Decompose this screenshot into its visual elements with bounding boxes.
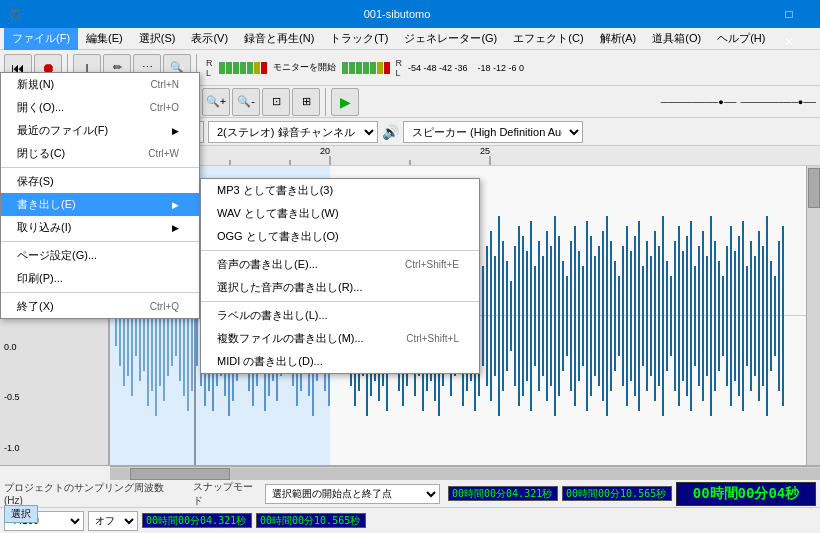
export-multiple[interactable]: 複数ファイルの書き出し(M)... Ctrl+Shift+L bbox=[201, 327, 479, 350]
svg-rect-129 bbox=[602, 231, 604, 401]
export-audio[interactable]: 音声の書き出し(E)... Ctrl+Shift+E bbox=[201, 253, 479, 276]
svg-rect-120 bbox=[566, 276, 568, 356]
export-submenu: MP3 として書き出し(3) WAV として書き出し(W) OGG として書き出… bbox=[200, 178, 480, 374]
svg-rect-114 bbox=[542, 256, 544, 376]
svg-rect-125 bbox=[586, 221, 588, 411]
svg-rect-140 bbox=[646, 241, 648, 391]
svg-rect-115 bbox=[546, 231, 548, 401]
menu-new[interactable]: 新規(N) Ctrl+N bbox=[1, 73, 199, 96]
menu-open[interactable]: 開く(O)... Ctrl+O bbox=[1, 96, 199, 119]
menu-item-effect[interactable]: エフェクト(C) bbox=[505, 28, 591, 50]
svg-rect-145 bbox=[666, 261, 668, 371]
export-midi[interactable]: MIDI の書き出し(D)... bbox=[201, 350, 479, 373]
h-scroll-track[interactable] bbox=[110, 468, 820, 480]
end-time-display[interactable] bbox=[256, 513, 366, 528]
selection-mode-select[interactable]: 選択範囲の開始点と終了点 bbox=[265, 484, 440, 504]
menu-item-analyze[interactable]: 解析(A) bbox=[592, 28, 645, 50]
start-time-display[interactable] bbox=[142, 513, 252, 528]
record-meter-label: RL bbox=[206, 58, 213, 78]
maximize-button[interactable]: □ bbox=[766, 0, 812, 28]
h-scroll-thumb[interactable] bbox=[130, 468, 230, 480]
channel-select[interactable]: 2(ステレオ) 録音チャンネル bbox=[208, 121, 378, 143]
svg-rect-138 bbox=[638, 221, 640, 411]
zoom-in-button[interactable]: 🔍+ bbox=[202, 88, 230, 116]
select-mode-btn[interactable]: 選択 bbox=[4, 505, 38, 523]
svg-rect-148 bbox=[678, 226, 680, 406]
export-labels[interactable]: ラベルの書き出し(L)... bbox=[201, 304, 479, 327]
sample-rate-label: プロジェクトのサンプリング周波数 (Hz) bbox=[4, 481, 181, 506]
menu-save[interactable]: 保存(S) bbox=[1, 170, 199, 193]
export-mp3[interactable]: MP3 として書き出し(3) bbox=[201, 179, 479, 202]
zoom-sel-button[interactable]: ⊞ bbox=[292, 88, 320, 116]
playback-meter bbox=[342, 62, 390, 74]
select-button[interactable]: 選択 bbox=[4, 505, 38, 523]
menu-item-generator[interactable]: ジェネレーター(G) bbox=[396, 28, 505, 50]
menu-export[interactable]: 書き出し(E) ▶ bbox=[1, 193, 199, 216]
svg-rect-149 bbox=[682, 251, 684, 381]
svg-rect-150 bbox=[686, 236, 688, 396]
svg-rect-109 bbox=[522, 236, 524, 396]
zoom-out-button[interactable]: 🔍- bbox=[232, 88, 260, 116]
svg-rect-110 bbox=[526, 251, 528, 381]
svg-rect-134 bbox=[622, 246, 624, 386]
svg-rect-122 bbox=[574, 226, 576, 406]
menu-page-setup[interactable]: ページ設定(G)... bbox=[1, 244, 199, 267]
svg-rect-167 bbox=[754, 256, 756, 376]
menu-item-help[interactable]: ヘルプ(H) bbox=[709, 28, 773, 50]
export-ogg[interactable]: OGG として書き出し(O) bbox=[201, 225, 479, 248]
volume-area: ─────────●── ─────────●── bbox=[661, 97, 816, 107]
svg-rect-152 bbox=[694, 266, 696, 366]
svg-rect-108 bbox=[518, 226, 520, 406]
svg-rect-154 bbox=[702, 231, 704, 401]
svg-rect-155 bbox=[706, 256, 708, 376]
export-selected[interactable]: 選択した音声の書き出し(R)... bbox=[201, 276, 479, 299]
svg-rect-172 bbox=[774, 276, 776, 356]
sep1 bbox=[1, 167, 199, 168]
svg-rect-104 bbox=[502, 241, 504, 391]
output-device-select[interactable]: スピーカー (High Definition Aud bbox=[403, 121, 583, 143]
monitor-label: モニターを開始 bbox=[273, 61, 336, 74]
svg-rect-142 bbox=[654, 231, 656, 401]
menu-item-view[interactable]: 表示(V) bbox=[183, 28, 236, 50]
speaker-icon: 🔊 bbox=[382, 124, 399, 140]
menu-item-tools[interactable]: 道具箱(O) bbox=[644, 28, 709, 50]
v-scroll-thumb[interactable] bbox=[808, 168, 820, 208]
position-display: 00時間00分04秒 bbox=[676, 482, 816, 506]
menu-close[interactable]: 閉じる(C) Ctrl+W bbox=[1, 142, 199, 165]
svg-rect-164 bbox=[742, 221, 744, 411]
sep2 bbox=[1, 241, 199, 242]
menu-item-track[interactable]: トラック(T) bbox=[322, 28, 396, 50]
menu-item-edit[interactable]: 編集(E) bbox=[78, 28, 131, 50]
record-meter bbox=[219, 62, 267, 74]
menu-item-record[interactable]: 録音と再生(N) bbox=[236, 28, 322, 50]
h-scrollbar[interactable] bbox=[110, 466, 820, 480]
svg-rect-170 bbox=[766, 216, 768, 416]
svg-rect-118 bbox=[558, 236, 560, 396]
svg-rect-161 bbox=[730, 226, 732, 406]
svg-rect-124 bbox=[582, 266, 584, 366]
svg-rect-173 bbox=[778, 241, 780, 391]
svg-rect-123 bbox=[578, 251, 580, 381]
ruler: 15 20 25 bbox=[110, 146, 820, 165]
title-bar-title: 001-sibutomo bbox=[364, 8, 431, 20]
menu-item-select[interactable]: 選択(S) bbox=[131, 28, 184, 50]
svg-rect-128 bbox=[598, 246, 600, 386]
export-wav[interactable]: WAV として書き出し(W) bbox=[201, 202, 479, 225]
play-button[interactable]: ▶ bbox=[331, 88, 359, 116]
snap-mode-select[interactable]: オフ bbox=[88, 511, 138, 531]
svg-rect-112 bbox=[534, 266, 536, 366]
v-scrollbar[interactable] bbox=[806, 166, 820, 465]
menu-item-file[interactable]: ファイル(F) bbox=[4, 28, 78, 50]
fit-project-button[interactable]: ⊡ bbox=[262, 88, 290, 116]
menu-import[interactable]: 取り込み(I) ▶ bbox=[1, 216, 199, 239]
file-menu-dropdown: 新規(N) Ctrl+N 開く(O)... Ctrl+O 最近のファイル(F) … bbox=[0, 72, 200, 319]
end-time-input[interactable] bbox=[562, 486, 672, 501]
svg-rect-132 bbox=[614, 261, 616, 371]
title-bar-icon: 🎵 bbox=[8, 8, 22, 21]
menu-print[interactable]: 印刷(P)... bbox=[1, 267, 199, 290]
start-time-input[interactable] bbox=[448, 486, 558, 501]
menu-recent[interactable]: 最近のファイル(F) ▶ bbox=[1, 119, 199, 142]
svg-rect-166 bbox=[750, 241, 752, 391]
menu-quit[interactable]: 終了(X) Ctrl+Q bbox=[1, 295, 199, 318]
svg-rect-153 bbox=[698, 246, 700, 386]
